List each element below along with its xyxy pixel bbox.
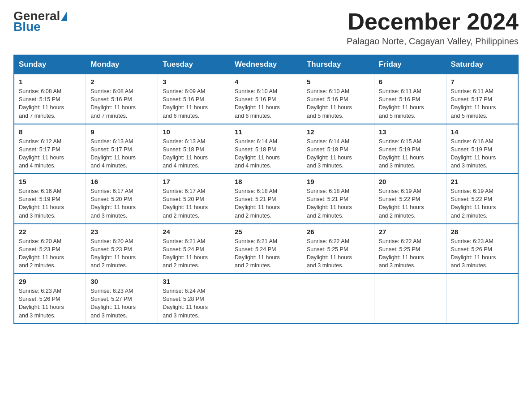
- day-number: 27: [379, 228, 442, 235]
- calendar-cell: 25Sunrise: 6:21 AMSunset: 5:24 PMDayligh…: [230, 224, 302, 274]
- day-info: Sunrise: 6:20 AMSunset: 5:23 PMDaylight:…: [19, 238, 64, 269]
- calendar-cell: 9Sunrise: 6:13 AMSunset: 5:17 PMDaylight…: [86, 124, 158, 174]
- calendar-week-row: 8Sunrise: 6:12 AMSunset: 5:17 PMDaylight…: [14, 124, 518, 174]
- day-number: 1: [19, 78, 81, 86]
- calendar-cell: 14Sunrise: 6:16 AMSunset: 5:19 PMDayligh…: [446, 124, 518, 174]
- day-info: Sunrise: 6:21 AMSunset: 5:24 PMDaylight:…: [235, 238, 280, 269]
- calendar-cell: 7Sunrise: 6:11 AMSunset: 5:17 PMDaylight…: [446, 74, 518, 124]
- calendar-cell: [446, 274, 518, 324]
- calendar-week-row: 1Sunrise: 6:08 AMSunset: 5:15 PMDaylight…: [14, 74, 518, 124]
- weekday-header-sunday: Sunday: [14, 55, 86, 74]
- day-info: Sunrise: 6:15 AMSunset: 5:19 PMDaylight:…: [379, 138, 424, 169]
- calendar-cell: [374, 274, 446, 324]
- day-info: Sunrise: 6:19 AMSunset: 5:22 PMDaylight:…: [379, 188, 424, 218]
- calendar-cell: 13Sunrise: 6:15 AMSunset: 5:19 PMDayligh…: [374, 124, 446, 174]
- day-number: 8: [19, 128, 81, 136]
- calendar-cell: 30Sunrise: 6:23 AMSunset: 5:27 PMDayligh…: [86, 274, 158, 324]
- calendar-cell: 22Sunrise: 6:20 AMSunset: 5:23 PMDayligh…: [14, 224, 86, 274]
- day-number: 16: [90, 178, 153, 185]
- calendar-cell: 23Sunrise: 6:20 AMSunset: 5:23 PMDayligh…: [86, 224, 158, 274]
- calendar-cell: 11Sunrise: 6:14 AMSunset: 5:18 PMDayligh…: [230, 124, 302, 174]
- day-info: Sunrise: 6:11 AMSunset: 5:16 PMDaylight:…: [379, 88, 424, 119]
- day-number: 6: [379, 78, 442, 86]
- calendar-week-row: 15Sunrise: 6:16 AMSunset: 5:19 PMDayligh…: [14, 174, 518, 224]
- logo: General Blue: [13, 9, 68, 34]
- calendar-cell: 5Sunrise: 6:10 AMSunset: 5:16 PMDaylight…: [302, 74, 374, 124]
- weekday-header-row: SundayMondayTuesdayWednesdayThursdayFrid…: [14, 55, 518, 74]
- day-number: 10: [163, 128, 225, 136]
- calendar-cell: 20Sunrise: 6:19 AMSunset: 5:22 PMDayligh…: [374, 174, 446, 224]
- calendar-cell: 29Sunrise: 6:23 AMSunset: 5:26 PMDayligh…: [14, 274, 86, 324]
- day-number: 7: [451, 78, 513, 86]
- day-info: Sunrise: 6:14 AMSunset: 5:18 PMDaylight:…: [307, 138, 352, 169]
- calendar-cell: 15Sunrise: 6:16 AMSunset: 5:19 PMDayligh…: [14, 174, 86, 224]
- day-info: Sunrise: 6:10 AMSunset: 5:16 PMDaylight:…: [307, 88, 352, 119]
- day-info: Sunrise: 6:08 AMSunset: 5:16 PMDaylight:…: [90, 88, 136, 119]
- page-header: General Blue December 2024 Palagao Norte…: [13, 9, 519, 47]
- day-info: Sunrise: 6:10 AMSunset: 5:16 PMDaylight:…: [235, 88, 280, 119]
- day-info: Sunrise: 6:23 AMSunset: 5:26 PMDaylight:…: [451, 238, 496, 269]
- day-number: 31: [163, 278, 225, 285]
- calendar-cell: 6Sunrise: 6:11 AMSunset: 5:16 PMDaylight…: [374, 74, 446, 124]
- title-area: December 2024 Palagao Norte, Cagayan Val…: [347, 9, 519, 47]
- day-number: 14: [451, 128, 513, 136]
- weekday-header-friday: Friday: [374, 55, 446, 74]
- calendar-cell: 31Sunrise: 6:24 AMSunset: 5:28 PMDayligh…: [158, 274, 230, 324]
- day-number: 12: [307, 128, 369, 136]
- day-info: Sunrise: 6:21 AMSunset: 5:24 PMDaylight:…: [163, 238, 208, 269]
- day-info: Sunrise: 6:14 AMSunset: 5:18 PMDaylight:…: [235, 138, 280, 169]
- weekday-header-wednesday: Wednesday: [230, 55, 302, 74]
- calendar-cell: 28Sunrise: 6:23 AMSunset: 5:26 PMDayligh…: [446, 224, 518, 274]
- day-info: Sunrise: 6:22 AMSunset: 5:25 PMDaylight:…: [379, 238, 424, 269]
- day-info: Sunrise: 6:17 AMSunset: 5:20 PMDaylight:…: [90, 188, 136, 218]
- day-info: Sunrise: 6:16 AMSunset: 5:19 PMDaylight:…: [19, 188, 64, 218]
- calendar-cell: 2Sunrise: 6:08 AMSunset: 5:16 PMDaylight…: [86, 74, 158, 124]
- calendar-cell: 4Sunrise: 6:10 AMSunset: 5:16 PMDaylight…: [230, 74, 302, 124]
- location-subtitle: Palagao Norte, Cagayan Valley, Philippin…: [347, 36, 519, 47]
- day-number: 3: [163, 78, 225, 86]
- month-title: December 2024: [347, 9, 519, 34]
- day-info: Sunrise: 6:19 AMSunset: 5:22 PMDaylight:…: [451, 188, 496, 218]
- day-info: Sunrise: 6:13 AMSunset: 5:17 PMDaylight:…: [90, 138, 136, 169]
- day-number: 29: [19, 278, 81, 285]
- calendar-week-row: 22Sunrise: 6:20 AMSunset: 5:23 PMDayligh…: [14, 224, 518, 274]
- day-number: 28: [451, 228, 513, 235]
- day-number: 4: [235, 78, 297, 86]
- calendar-cell: 24Sunrise: 6:21 AMSunset: 5:24 PMDayligh…: [158, 224, 230, 274]
- calendar-cell: 26Sunrise: 6:22 AMSunset: 5:25 PMDayligh…: [302, 224, 374, 274]
- day-info: Sunrise: 6:12 AMSunset: 5:17 PMDaylight:…: [19, 138, 64, 169]
- day-number: 5: [307, 78, 369, 86]
- calendar-cell: 10Sunrise: 6:13 AMSunset: 5:18 PMDayligh…: [158, 124, 230, 174]
- day-number: 2: [90, 78, 153, 86]
- calendar-cell: [302, 274, 374, 324]
- weekday-header-tuesday: Tuesday: [158, 55, 230, 74]
- day-number: 18: [235, 178, 297, 185]
- logo-blue-text: Blue: [13, 20, 41, 34]
- calendar-cell: 1Sunrise: 6:08 AMSunset: 5:15 PMDaylight…: [14, 74, 86, 124]
- day-number: 11: [235, 128, 297, 136]
- day-number: 9: [90, 128, 153, 136]
- day-info: Sunrise: 6:18 AMSunset: 5:21 PMDaylight:…: [307, 188, 352, 218]
- weekday-header-monday: Monday: [86, 55, 158, 74]
- day-number: 26: [307, 228, 369, 235]
- day-info: Sunrise: 6:23 AMSunset: 5:26 PMDaylight:…: [19, 288, 64, 318]
- day-info: Sunrise: 6:20 AMSunset: 5:23 PMDaylight:…: [90, 238, 136, 269]
- day-number: 30: [90, 278, 153, 285]
- calendar-week-row: 29Sunrise: 6:23 AMSunset: 5:26 PMDayligh…: [14, 274, 518, 324]
- calendar-cell: [230, 274, 302, 324]
- day-number: 20: [379, 178, 442, 185]
- day-info: Sunrise: 6:08 AMSunset: 5:15 PMDaylight:…: [19, 88, 64, 119]
- day-info: Sunrise: 6:24 AMSunset: 5:28 PMDaylight:…: [163, 288, 208, 318]
- day-info: Sunrise: 6:16 AMSunset: 5:19 PMDaylight:…: [451, 138, 496, 169]
- day-info: Sunrise: 6:13 AMSunset: 5:18 PMDaylight:…: [163, 138, 208, 169]
- day-number: 19: [307, 178, 369, 185]
- weekday-header-thursday: Thursday: [302, 55, 374, 74]
- day-number: 25: [235, 228, 297, 235]
- day-number: 24: [163, 228, 225, 235]
- calendar-cell: 12Sunrise: 6:14 AMSunset: 5:18 PMDayligh…: [302, 124, 374, 174]
- day-number: 17: [163, 178, 225, 185]
- weekday-header-saturday: Saturday: [446, 55, 518, 74]
- day-info: Sunrise: 6:23 AMSunset: 5:27 PMDaylight:…: [90, 288, 136, 318]
- calendar-cell: 16Sunrise: 6:17 AMSunset: 5:20 PMDayligh…: [86, 174, 158, 224]
- day-number: 21: [451, 178, 513, 185]
